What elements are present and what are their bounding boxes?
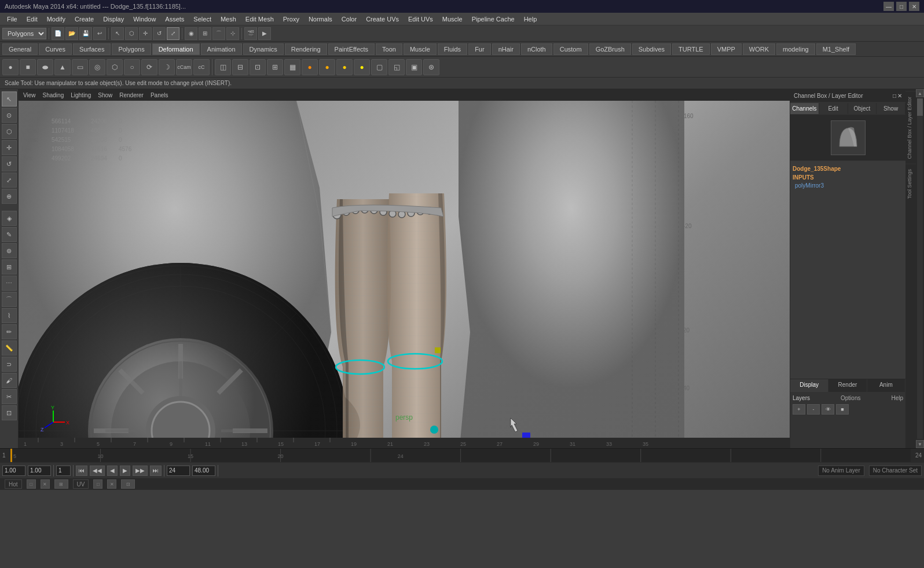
menu-window[interactable]: Window — [129, 14, 160, 24]
shelf-prism[interactable]: ⬡ — [107, 59, 123, 75]
menu-display[interactable]: Display — [98, 14, 129, 24]
shelf-surface1[interactable]: ▢ — [371, 59, 387, 75]
shelf-extra[interactable]: ☽ — [159, 59, 175, 75]
layer-visible-button[interactable]: 👁 — [822, 404, 834, 415]
tab-vmpp[interactable]: VMPP — [711, 43, 742, 55]
tab-rendering[interactable]: Rendering — [285, 43, 327, 55]
cb-tab-show[interactable]: Show — [877, 103, 905, 114]
tab-modeling[interactable]: modeling — [776, 43, 815, 55]
cb-tab-edit[interactable]: Edit — [819, 103, 848, 114]
new-scene-button[interactable]: 📄 — [52, 27, 64, 40]
prev-frame-button[interactable]: ◀ — [107, 466, 118, 476]
tab-dynamics[interactable]: Dynamics — [243, 43, 284, 55]
shelf-plane[interactable]: ▭ — [72, 59, 88, 75]
menu-edit-mesh[interactable]: Edit Mesh — [241, 14, 278, 24]
shelf-light1[interactable]: ● — [302, 59, 318, 75]
vp-menu-panels[interactable]: Panels — [148, 92, 171, 98]
delete-layer-button[interactable]: - — [807, 404, 820, 415]
mode-selector[interactable]: Polygons — [2, 28, 46, 39]
uv-close-button[interactable]: ✕ — [107, 479, 116, 489]
cluster-tool[interactable]: ⊛ — [2, 243, 17, 258]
tab-nhair[interactable]: nHair — [492, 43, 520, 55]
tab-subdives[interactable]: Subdives — [632, 43, 671, 55]
shelf-cube[interactable]: ■ — [20, 59, 36, 75]
tab-custom[interactable]: Custom — [553, 43, 588, 55]
menu-proxy[interactable]: Proxy — [278, 14, 304, 24]
options-tab[interactable]: Options — [841, 395, 860, 401]
shelf-helix[interactable]: ⟳ — [141, 59, 157, 75]
cv-curve-tool[interactable]: ⌒ — [2, 292, 17, 307]
pencil-tool[interactable]: ✏ — [2, 324, 17, 339]
scroll-track[interactable] — [917, 98, 923, 439]
scroll-down-button[interactable]: ▼ — [916, 440, 924, 448]
vp-menu-view[interactable]: View — [21, 92, 38, 98]
shelf-display3[interactable]: ⊡ — [250, 59, 266, 75]
shelf-cylinder[interactable]: ⬬ — [37, 59, 53, 75]
soft-select-button[interactable]: ◉ — [185, 27, 197, 40]
tab-surfaces[interactable]: Surfaces — [73, 43, 111, 55]
cb-close-button[interactable]: ✕ — [897, 93, 902, 99]
snap-point-button[interactable]: ⊹ — [226, 27, 239, 40]
ep-curve-tool[interactable]: ⌇ — [2, 308, 17, 323]
hot-close-button[interactable]: ✕ — [41, 479, 50, 489]
tab-turtle[interactable]: TURTLE — [672, 43, 710, 55]
go-end-button[interactable]: ⏭ — [150, 466, 162, 476]
show-manipulator[interactable]: ⊡ — [2, 405, 17, 420]
next-frame-button[interactable]: ▶▶ — [133, 466, 148, 476]
step-back-button[interactable]: ◀◀ — [90, 466, 105, 476]
tab-animation[interactable]: Animation — [201, 43, 242, 55]
scale-tool-l[interactable]: ⤢ — [2, 173, 17, 188]
menu-pipeline-cache[interactable]: Pipeline Cache — [467, 14, 519, 24]
scroll-thumb[interactable] — [917, 98, 923, 116]
maximize-button[interactable]: □ — [896, 2, 907, 11]
shelf-display1[interactable]: ◫ — [215, 59, 231, 75]
uv-icon[interactable]: ⊡ — [121, 479, 135, 489]
menu-file[interactable]: File — [2, 14, 22, 24]
shelf-light2[interactable]: ● — [319, 59, 335, 75]
shelf-light3[interactable]: ● — [336, 59, 353, 75]
tab-fur[interactable]: Fur — [468, 43, 491, 55]
shelf-surface3[interactable]: ▣ — [406, 59, 422, 75]
tab-fluids[interactable]: Fluids — [438, 43, 467, 55]
rotate-tool-l[interactable]: ↺ — [2, 156, 17, 171]
lasso-select-tool[interactable]: ⬡ — [2, 124, 17, 139]
menu-color[interactable]: Color — [337, 14, 361, 24]
shelf-pipe[interactable]: ○ — [124, 59, 140, 75]
menu-modify[interactable]: Modify — [42, 14, 70, 24]
layers-tab[interactable]: Layers — [793, 395, 810, 401]
shelf-light4[interactable]: ● — [354, 59, 370, 75]
shelf-torus[interactable]: ◎ — [89, 59, 105, 75]
menu-normals[interactable]: Normals — [304, 14, 337, 24]
undo-button[interactable]: ↩ — [93, 27, 106, 40]
menu-edit[interactable]: Edit — [22, 14, 42, 24]
tab-work[interactable]: WORK — [743, 43, 775, 55]
vp-menu-shading[interactable]: Shading — [41, 92, 67, 98]
select-tool[interactable]: ↖ — [2, 91, 17, 107]
end-frame-field[interactable] — [167, 466, 190, 476]
tab-display[interactable]: Display — [790, 379, 828, 392]
tab-gozbrush[interactable]: GoZBrush — [589, 43, 631, 55]
vp-menu-lighting[interactable]: Lighting — [68, 92, 93, 98]
vp-menu-renderer[interactable]: Renderer — [117, 92, 146, 98]
tab-render[interactable]: Render — [828, 379, 867, 392]
rotate-tool-button[interactable]: ↺ — [153, 27, 166, 40]
select-tool-button[interactable]: ↖ — [111, 27, 124, 40]
shelf-display4[interactable]: ⊞ — [267, 59, 283, 75]
tab-ncloth[interactable]: nCloth — [521, 43, 552, 55]
minimize-button[interactable]: — — [883, 2, 894, 11]
tab-anim[interactable]: Anim — [867, 379, 905, 392]
tab-polygons[interactable]: Polygons — [112, 43, 151, 55]
scale-tool-button[interactable]: ⤢ — [167, 27, 179, 40]
menu-edit-uvs[interactable]: Edit UVs — [404, 14, 438, 24]
play-button[interactable]: ▶ — [120, 466, 130, 476]
help-tab[interactable]: Help — [891, 395, 903, 401]
shelf-cone[interactable]: ▲ — [54, 59, 71, 75]
universal-manipulator[interactable]: ⊕ — [2, 189, 17, 204]
measure-tool[interactable]: 📏 — [2, 340, 17, 356]
tab-toon[interactable]: Toon — [376, 43, 402, 55]
uv-tab[interactable]: UV — [73, 479, 89, 489]
render-settings-button[interactable]: 🎬 — [244, 27, 257, 40]
shelf-display5[interactable]: ▦ — [284, 59, 300, 75]
tab-general[interactable]: General — [2, 43, 38, 55]
cb-attr-polymirror[interactable]: polyMirror3 — [793, 182, 903, 189]
